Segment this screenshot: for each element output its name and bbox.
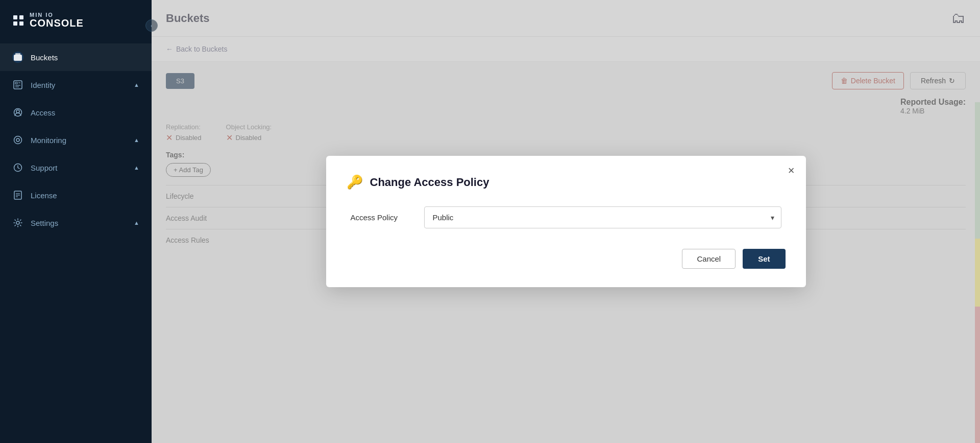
sidebar-item-identity[interactable]: Identity ▲ (0, 71, 152, 99)
sidebar-item-license[interactable]: License (0, 181, 152, 209)
support-chevron-icon: ▲ (134, 165, 139, 171)
monitoring-chevron-icon: ▲ (134, 137, 139, 143)
identity-icon (12, 79, 23, 90)
key-icon: 🔑 (347, 174, 363, 190)
modal-header: 🔑 Change Access Policy (347, 174, 786, 190)
access-policy-field-label: Access Policy (351, 213, 412, 222)
logo-text: MIN IO CONSOLE (30, 12, 84, 28)
access-policy-select-wrapper: Public Private Custom ▾ (424, 206, 781, 228)
modal-title: Change Access Policy (370, 176, 489, 189)
access-icon (12, 107, 23, 118)
svg-rect-7 (15, 82, 17, 84)
svg-rect-2 (13, 21, 17, 26)
svg-rect-4 (14, 55, 22, 61)
sidebar-item-buckets-label: Buckets (31, 53, 58, 62)
access-policy-select[interactable]: Public Private Custom (424, 206, 781, 228)
change-access-policy-modal: × 🔑 Change Access Policy Access Policy P… (326, 156, 806, 287)
svg-rect-0 (13, 15, 17, 19)
sidebar-item-settings[interactable]: Settings ▲ (0, 209, 152, 237)
sidebar-item-monitoring[interactable]: Monitoring ▲ (0, 126, 152, 154)
svg-point-14 (16, 138, 19, 142)
settings-icon (12, 217, 23, 228)
sidebar-item-license-label: License (31, 191, 57, 200)
svg-rect-5 (15, 53, 20, 55)
sidebar-item-identity-label: Identity (31, 81, 55, 89)
support-icon (12, 162, 23, 173)
logo-area: MIN IO CONSOLE (0, 0, 152, 38)
close-icon: × (788, 164, 795, 177)
modal-overlay: × 🔑 Change Access Policy Access Policy P… (152, 0, 980, 443)
settings-chevron-icon: ▲ (134, 220, 139, 226)
cancel-button[interactable]: Cancel (682, 249, 736, 269)
modal-body: Access Policy Public Private Custom ▾ (347, 206, 786, 228)
sidebar-item-support-label: Support (31, 164, 58, 172)
svg-rect-1 (19, 15, 23, 19)
license-icon (12, 190, 23, 201)
identity-chevron-icon: ▲ (134, 82, 139, 88)
sidebar-item-settings-label: Settings (31, 219, 58, 227)
monitoring-icon (12, 134, 23, 146)
logo-icon (12, 14, 24, 27)
bucket-icon (12, 52, 23, 63)
modal-close-button[interactable]: × (788, 165, 795, 176)
svg-rect-3 (19, 21, 23, 26)
svg-point-13 (14, 136, 22, 144)
svg-point-12 (16, 110, 19, 113)
sidebar-item-monitoring-label: Monitoring (31, 136, 66, 145)
svg-rect-6 (14, 81, 22, 89)
sidebar-item-access[interactable]: Access (0, 99, 152, 126)
sidebar-item-access-label: Access (31, 108, 55, 117)
main-content: Buckets 🗂 ← Back to Buckets S3 🗑 Delete … (152, 0, 980, 443)
set-button[interactable]: Set (743, 249, 785, 269)
sidebar-item-support[interactable]: Support ▲ (0, 154, 152, 181)
svg-point-20 (16, 221, 19, 224)
sidebar-nav: Buckets Identity ▲ (0, 38, 152, 443)
logo-console: CONSOLE (30, 18, 84, 28)
sidebar-item-buckets[interactable]: Buckets (0, 43, 152, 71)
modal-footer: Cancel Set (347, 249, 786, 269)
sidebar: MIN IO CONSOLE ‹ Buckets (0, 0, 152, 443)
